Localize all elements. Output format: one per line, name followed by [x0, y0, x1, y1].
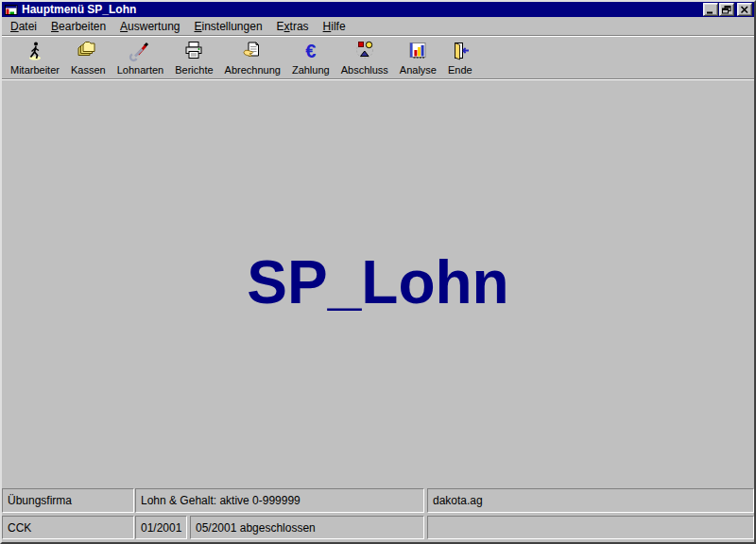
- menu-bar: Datei Bearbeiten Auswertung Einstellunge…: [2, 17, 754, 35]
- status-panel-module: Lohn & Gehalt: aktive 0-999999: [135, 488, 424, 513]
- menu-item-hilfe[interactable]: Hilfe: [320, 19, 349, 34]
- toolbar-button-berichte[interactable]: Berichte: [169, 39, 218, 76]
- toolbar-label: Lohnarten: [117, 64, 164, 76]
- title-bar[interactable]: Hauptmenü SP_Lohn: [2, 2, 754, 17]
- toolbar-button-kassen[interactable]: Kassen: [65, 39, 112, 76]
- toolbar-button-mitarbeiter[interactable]: Mitarbeiter: [5, 39, 65, 76]
- close-button[interactable]: [737, 3, 752, 16]
- toolbar-label: Ende: [448, 64, 472, 76]
- printer-icon: [182, 40, 205, 62]
- minimize-button[interactable]: [703, 3, 718, 16]
- walking-person-icon: [24, 40, 46, 62]
- tools-icon: [129, 40, 151, 62]
- toolbar-button-lohnarten[interactable]: Lohnarten: [112, 39, 170, 76]
- toolbar-button-abrechnung[interactable]: Abrechnung: [219, 39, 286, 76]
- window-title: Hauptmenü SP_Lohn: [18, 2, 702, 17]
- status-panel-user: CCK: [2, 516, 134, 539]
- restore-icon: [722, 6, 731, 14]
- menu-item-bearbeiten[interactable]: Bearbeiten: [48, 19, 109, 34]
- status-panel-company: Übungsfirma: [2, 488, 134, 513]
- status-panel-period: 01/2001: [135, 516, 187, 539]
- app-window: Hauptmenü SP_Lohn Datei Bearbeiten Auswe…: [0, 0, 756, 544]
- status-panel-provider: dakota.ag: [427, 488, 754, 513]
- status-panel-empty: [427, 516, 754, 539]
- menu-item-auswertung[interactable]: Auswertung: [117, 19, 182, 34]
- bar-chart-icon: [406, 40, 429, 62]
- toolbar-label: Analyse: [400, 64, 437, 76]
- toolbar-label: Abschluss: [341, 64, 388, 76]
- exit-door-icon: [449, 40, 472, 62]
- status-panel-closed-period: 05/2001 abgeschlossen: [190, 516, 424, 539]
- document-hand-icon: [241, 40, 264, 62]
- toolbar-label: Kassen: [71, 64, 106, 76]
- toolbar-label: Mitarbeiter: [10, 64, 60, 76]
- toolbar-label: Berichte: [175, 64, 213, 76]
- toolbar-button-abschluss[interactable]: Abschluss: [335, 39, 394, 76]
- restore-button[interactable]: [719, 3, 734, 16]
- toolbar-button-ende[interactable]: Ende: [442, 39, 478, 76]
- folder-stack-icon: [77, 40, 99, 62]
- toolbar: Mitarbeiter Kassen Lohnar: [2, 35, 754, 79]
- app-icon: [5, 4, 18, 16]
- toolbar-label: Zahlung: [292, 64, 330, 76]
- toolbar-button-analyse[interactable]: Analyse: [394, 39, 442, 76]
- toolbar-label: Abrechnung: [225, 64, 281, 76]
- minimize-icon: [706, 6, 715, 14]
- close-icon: [740, 6, 749, 14]
- euro-icon: €: [305, 40, 316, 62]
- menu-item-datei[interactable]: Datei: [8, 19, 40, 34]
- client-area: SP_Lohn: [2, 79, 754, 484]
- app-logo-text: SP_Lohn: [2, 252, 754, 313]
- menu-item-einstellungen[interactable]: Einstellungen: [191, 19, 265, 34]
- menu-item-extras[interactable]: Extras: [274, 19, 312, 34]
- shapes-icon: [353, 40, 376, 62]
- toolbar-button-zahlung[interactable]: € Zahlung: [286, 39, 335, 76]
